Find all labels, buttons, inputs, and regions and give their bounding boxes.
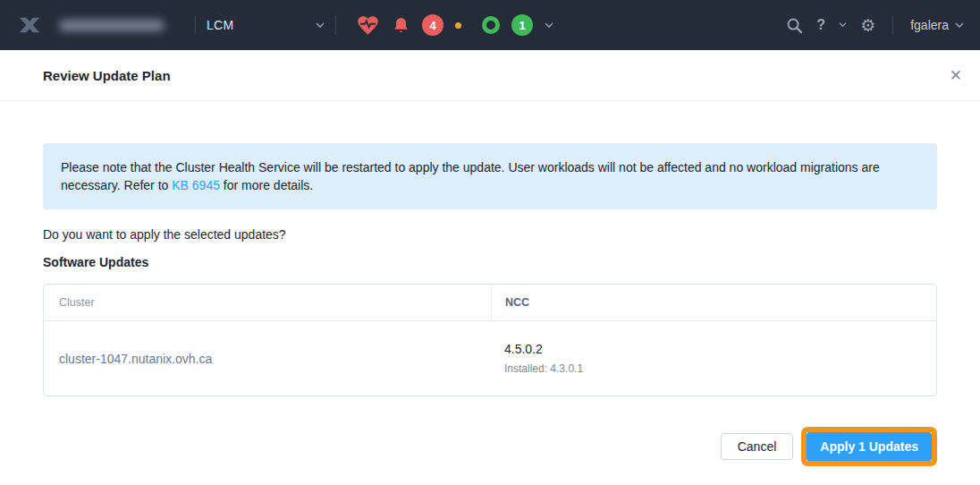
search-icon[interactable] xyxy=(786,17,803,34)
nutanix-logo-icon[interactable] xyxy=(16,13,43,37)
chevron-down-icon[interactable] xyxy=(545,22,553,29)
nav-divider xyxy=(335,15,336,35)
status-icons: 4 1 xyxy=(356,14,553,37)
help-button[interactable]: ? xyxy=(816,17,825,33)
health-heart-icon[interactable] xyxy=(356,14,380,37)
navbar-left: LCM 4 1 xyxy=(16,13,786,37)
chevron-down-icon[interactable] xyxy=(839,22,847,28)
nav-divider xyxy=(892,15,893,35)
tasks-ring-icon[interactable] xyxy=(482,16,500,34)
gear-icon[interactable]: ⚙ xyxy=(860,17,875,34)
section-title: Software Updates xyxy=(43,253,937,271)
alerts-bell-icon[interactable] xyxy=(392,16,410,35)
ncc-version-cell: 4.5.0.2 Installed: 4.3.0.1 xyxy=(491,342,936,375)
software-updates-table: Cluster NCC cluster-1047.nutanix.ovh.ca … xyxy=(43,284,937,396)
app-menu-label: LCM xyxy=(207,18,233,32)
chevron-down-icon xyxy=(955,22,964,29)
alert-count-badge[interactable]: 4 xyxy=(422,14,444,36)
username: fgalera xyxy=(910,18,949,32)
dialog-header: Review Update Plan ✕ xyxy=(0,50,980,101)
cancel-button[interactable]: Cancel xyxy=(721,433,794,460)
help-label: ? xyxy=(816,17,825,32)
navbar-right: ? ⚙ fgalera xyxy=(786,15,964,35)
banner-text: for more details. xyxy=(220,178,313,192)
dialog-footer: Cancel Apply 1 Updates xyxy=(43,427,937,466)
dialog-body: Please note that the Cluster Health Serv… xyxy=(0,143,980,466)
table-row: cluster-1047.nutanix.ovh.ca 4.5.0.2 Inst… xyxy=(44,321,936,396)
page-title: Review Update Plan xyxy=(43,68,171,83)
highlight-ring: Apply 1 Updates xyxy=(801,427,937,466)
app-menu-dropdown[interactable]: LCM xyxy=(207,18,325,32)
cluster-name-cell: cluster-1047.nutanix.ovh.ca xyxy=(44,352,491,366)
kb-link[interactable]: KB 6945 xyxy=(172,178,220,192)
column-header-cluster: Cluster xyxy=(44,285,491,320)
close-icon[interactable]: ✕ xyxy=(950,68,962,83)
apply-updates-button[interactable]: Apply 1 Updates xyxy=(807,432,932,461)
user-menu[interactable]: fgalera xyxy=(910,18,964,32)
info-banner: Please note that the Cluster Health Serv… xyxy=(43,143,937,209)
column-header-ncc: NCC xyxy=(491,285,936,320)
cluster-name-redacted xyxy=(59,20,165,31)
chevron-down-icon xyxy=(316,22,325,29)
top-navbar: LCM 4 1 xyxy=(0,0,980,50)
nav-divider xyxy=(195,15,196,35)
table-header-row: Cluster NCC xyxy=(44,285,936,321)
warning-dot-icon xyxy=(455,22,461,29)
installed-version: Installed: 4.3.0.1 xyxy=(504,362,936,375)
target-version: 4.5.0.2 xyxy=(504,342,936,356)
task-count-badge[interactable]: 1 xyxy=(511,14,533,36)
confirmation-question: Do you want to apply the selected update… xyxy=(43,225,937,243)
